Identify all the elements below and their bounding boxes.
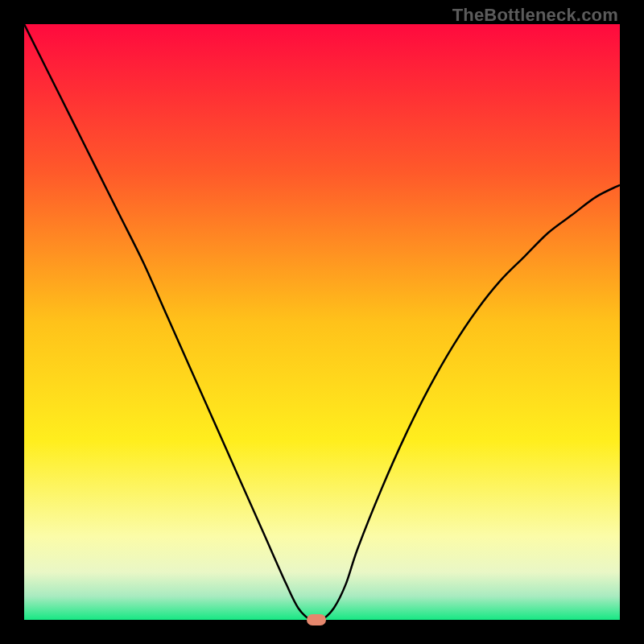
watermark-text: TheBottleneck.com (452, 5, 618, 26)
plot-svg (24, 24, 620, 620)
optimal-point-marker (307, 614, 326, 625)
chart-frame: TheBottleneck.com (0, 0, 644, 644)
gradient-background (24, 24, 620, 620)
plot-area (24, 24, 620, 620)
